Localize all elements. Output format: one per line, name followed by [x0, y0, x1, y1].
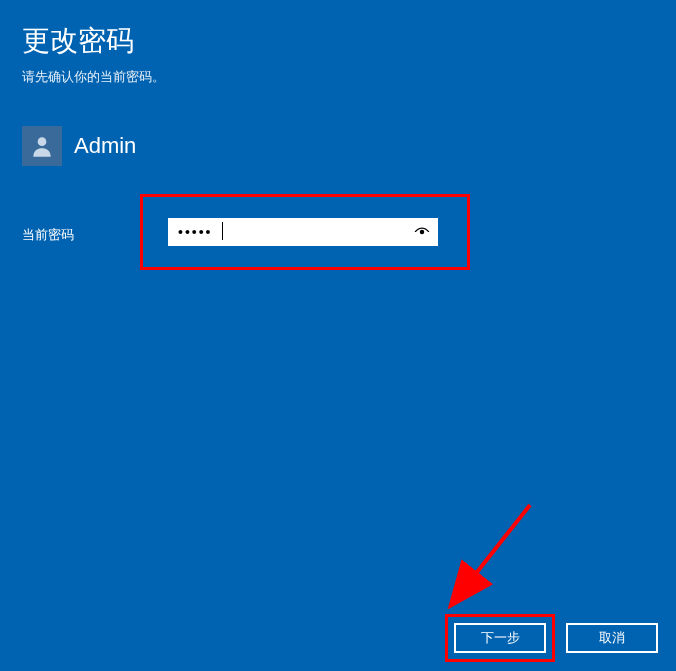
current-password-label: 当前密码	[22, 226, 74, 244]
action-buttons: 下一步 取消	[445, 623, 658, 653]
page-title: 更改密码	[0, 0, 676, 68]
password-input-wrapper[interactable]	[168, 218, 438, 246]
current-password-input[interactable]	[168, 218, 406, 246]
arrow-annotation	[425, 495, 545, 625]
avatar	[22, 126, 62, 166]
username: Admin	[74, 133, 136, 159]
text-cursor	[222, 222, 223, 240]
reveal-password-icon[interactable]	[406, 218, 438, 246]
svg-line-3	[455, 505, 530, 600]
next-button[interactable]: 下一步	[454, 623, 546, 653]
svg-point-1	[420, 230, 425, 235]
user-icon	[29, 133, 55, 159]
svg-point-0	[38, 137, 47, 146]
highlight-annotation-next: 下一步	[445, 614, 555, 662]
page-subtitle: 请先确认你的当前密码。	[0, 68, 676, 86]
cancel-button[interactable]: 取消	[566, 623, 658, 653]
user-info: Admin	[22, 126, 676, 166]
